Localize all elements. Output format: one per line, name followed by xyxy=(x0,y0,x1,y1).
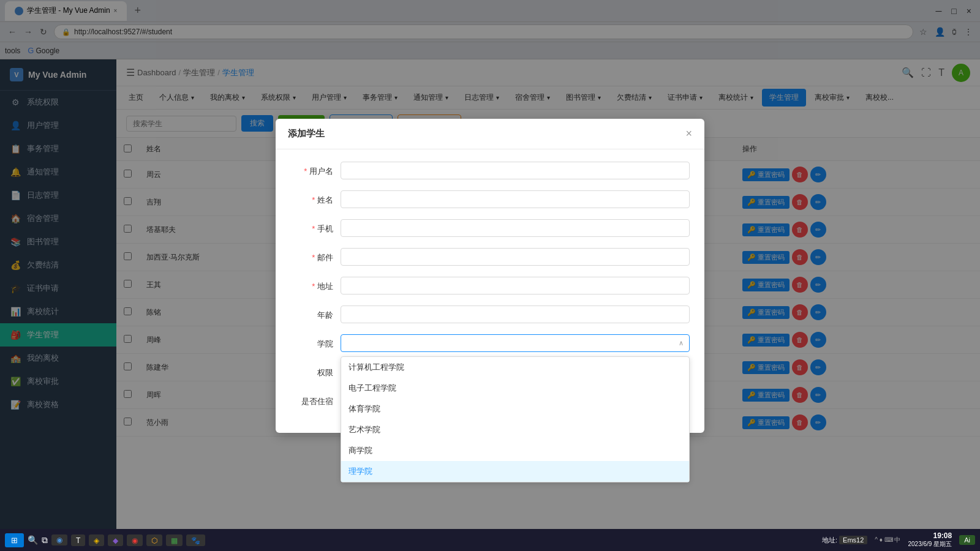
email-input[interactable] xyxy=(341,248,690,266)
taskbar-app3-icon: ◆ xyxy=(113,536,118,545)
name-row: 姓名 xyxy=(290,190,690,208)
dorm-label: 是否住宿 xyxy=(290,392,333,407)
name-input[interactable] xyxy=(341,190,690,208)
college-select[interactable] xyxy=(341,334,690,352)
search-taskbar-btn[interactable]: 🔍 xyxy=(28,535,38,545)
address-row: 地址 xyxy=(290,277,690,294)
taskbar-clock: 19:08 2023/6/9 星期五 xyxy=(908,531,952,549)
age-label: 年龄 xyxy=(290,305,333,321)
taskbar-browser[interactable]: ◉ xyxy=(51,534,67,545)
option-computer[interactable]: 计算机工程学院 xyxy=(341,357,689,378)
modal-overlay[interactable]: 添加学生 × 用户名 姓名 手机 邮件 xyxy=(0,0,980,551)
modal-header: 添加学生 × xyxy=(276,119,704,149)
taskbar: ⊞ 🔍 ⧉ ◉ T ◈ ◆ ◉ ⬡ ▦ 🐾 地址: Ems12 ^ ♦ ⌨ 中 … xyxy=(0,529,980,551)
taskbar-app6-icon: ▦ xyxy=(171,536,178,545)
option-arts[interactable]: 艺术学院 xyxy=(341,419,689,440)
username-label: 用户名 xyxy=(290,162,333,177)
name-label: 姓名 xyxy=(290,190,333,206)
college-select-wrapper: ∧ 计算机工程学院 电子工程学院 体育学院 艺术学院 商学院 理学院 xyxy=(341,334,690,352)
perm-label: 权限 xyxy=(290,363,333,378)
taskbar-app5-icon: ⬡ xyxy=(151,536,157,545)
college-label: 学院 xyxy=(290,334,333,350)
phone-label: 手机 xyxy=(290,219,333,234)
taskbar-location: 地址: Ems12 xyxy=(822,536,867,545)
taskbar-app7[interactable]: 🐾 xyxy=(186,534,205,546)
phone-row: 手机 xyxy=(290,219,690,237)
browser-taskbar-icon: ◉ xyxy=(56,536,62,544)
taskbar-app5[interactable]: ⬡ xyxy=(146,534,162,546)
task-view-btn[interactable]: ⧉ xyxy=(42,535,48,545)
username-input[interactable] xyxy=(341,162,690,179)
address-label: 地址 xyxy=(290,277,333,292)
address-input[interactable] xyxy=(341,277,690,294)
taskbar-app6[interactable]: ▦ xyxy=(166,534,183,546)
taskbar-app2-icon: ◈ xyxy=(94,536,99,545)
taskbar-app2[interactable]: ◈ xyxy=(89,534,104,546)
taskbar-right: 地址: Ems12 ^ ♦ ⌨ 中 19:08 2023/6/9 星期五 Ai xyxy=(822,531,975,549)
start-button[interactable]: ⊞ xyxy=(5,533,24,547)
email-row: 邮件 xyxy=(290,248,690,266)
college-row: 学院 ∧ 计算机工程学院 电子工程学院 体育学院 艺术学院 商学院 理学院 xyxy=(290,334,690,352)
age-row: 年龄 xyxy=(290,305,690,323)
age-input[interactable] xyxy=(341,305,690,323)
ai-button[interactable]: Ai xyxy=(959,535,975,545)
modal-close-button[interactable]: × xyxy=(685,127,692,140)
college-dropdown: 计算机工程学院 电子工程学院 体育学院 艺术学院 商学院 理学院 xyxy=(341,356,690,482)
phone-input[interactable] xyxy=(341,219,690,237)
email-label: 邮件 xyxy=(290,248,333,263)
taskbar-app1[interactable]: T xyxy=(71,534,85,546)
option-sports[interactable]: 体育学院 xyxy=(341,399,689,419)
taskbar-app3[interactable]: ◆ xyxy=(108,534,123,546)
taskbar-app4[interactable]: ◉ xyxy=(127,534,143,546)
taskbar-app7-icon: 🐾 xyxy=(191,536,200,545)
username-row: 用户名 xyxy=(290,162,690,179)
modal-title: 添加学生 xyxy=(288,128,325,140)
modal-body: 用户名 姓名 手机 邮件 地址 xyxy=(276,149,704,433)
taskbar-app4-icon: ◉ xyxy=(132,536,138,545)
option-science[interactable]: 理学院 xyxy=(341,461,689,482)
option-electronics[interactable]: 电子工程学院 xyxy=(341,378,689,399)
add-student-modal: 添加学生 × 用户名 姓名 手机 邮件 xyxy=(276,119,704,433)
option-business[interactable]: 商学院 xyxy=(341,440,689,461)
taskbar-tray: ^ ♦ ⌨ 中 xyxy=(875,536,900,544)
taskbar-app1-icon: T xyxy=(76,536,80,545)
